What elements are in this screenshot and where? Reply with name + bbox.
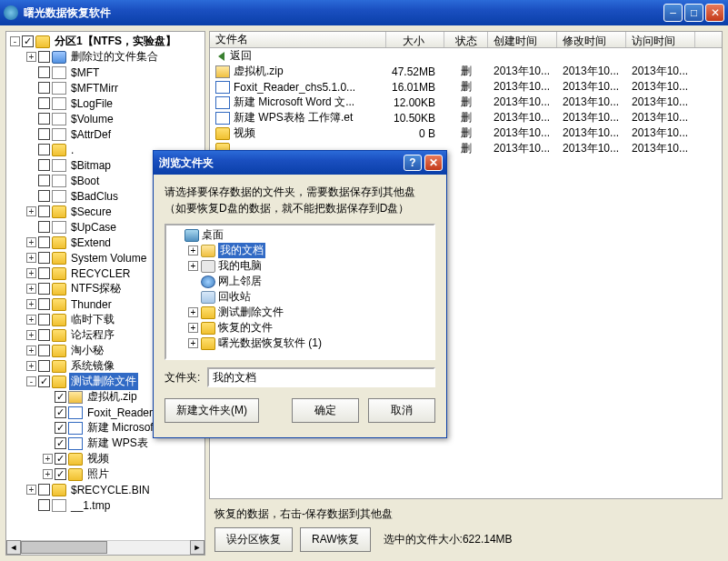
tree-row[interactable]: +照片	[6, 466, 204, 482]
tree-checkbox[interactable]	[55, 437, 66, 449]
tree-label[interactable]: $LogFile	[69, 96, 115, 111]
expand-toggle[interactable]: +	[26, 346, 36, 356]
tree-checkbox[interactable]	[38, 175, 50, 186]
tree-checkbox[interactable]	[55, 391, 66, 403]
dialog-tree-row[interactable]: +曙光数据恢复软件 (1)	[168, 336, 432, 351]
tree-checkbox[interactable]	[55, 453, 66, 465]
expand-toggle[interactable]: +	[188, 323, 198, 333]
expand-toggle[interactable]: +	[188, 261, 198, 271]
tree-checkbox[interactable]	[55, 406, 66, 418]
dialog-folder-tree[interactable]: 桌面+我的文档+我的电脑网上邻居回收站+测试删除文件+恢复的文件+曙光数据恢复软…	[165, 224, 435, 360]
cancel-button[interactable]: 取消	[368, 398, 435, 423]
tree-checkbox[interactable]	[38, 329, 50, 341]
list-row[interactable]: 视频0 B删2013年10...2013年10...2013年10...	[210, 125, 722, 141]
dialog-tree-label[interactable]: 桌面	[202, 227, 224, 243]
expand-toggle[interactable]: +	[26, 253, 36, 263]
tree-checkbox[interactable]	[38, 252, 50, 264]
tree-row[interactable]: $AttrDef	[6, 126, 204, 142]
tree-checkbox[interactable]	[38, 66, 50, 78]
tree-label[interactable]: Thunder	[69, 297, 114, 312]
tree-row[interactable]: $LogFile	[6, 95, 204, 111]
ok-button[interactable]: 确定	[292, 398, 359, 423]
tree-row[interactable]: $MFTMirr	[6, 80, 204, 95]
scroll-left-button[interactable]: ◄	[6, 540, 21, 555]
expand-toggle[interactable]: -	[26, 376, 36, 386]
tree-label[interactable]: $Boot	[69, 174, 101, 188]
dialog-help-button[interactable]: ?	[404, 155, 422, 171]
tree-checkbox[interactable]	[55, 468, 66, 480]
tree-row[interactable]: $MFT	[6, 65, 204, 80]
list-header[interactable]: 文件名 大小 状态 创建时间 修改时间 访问时间	[210, 32, 722, 48]
expand-toggle[interactable]: +	[26, 361, 36, 371]
expand-toggle[interactable]: +	[26, 284, 36, 294]
tree-label[interactable]: $Volume	[69, 112, 115, 126]
tree-label[interactable]: 照片	[85, 466, 111, 483]
tree-label[interactable]: $RECYCLE.BIN	[69, 483, 152, 497]
expand-toggle[interactable]: +	[188, 245, 198, 255]
tree-checkbox[interactable]	[38, 267, 50, 279]
list-row[interactable]: 虚拟机.zip47.52MB删2013年10...2013年10...2013年…	[210, 64, 722, 79]
tree-checkbox[interactable]	[38, 144, 50, 155]
dialog-tree-row[interactable]: 网上邻居	[168, 274, 432, 289]
tree-row[interactable]: -分区1【NTFS，实验盘】	[6, 34, 204, 49]
tree-checkbox[interactable]	[38, 283, 50, 295]
minimize-button[interactable]: –	[663, 4, 683, 22]
expand-toggle[interactable]: -	[10, 36, 20, 46]
dialog-tree-row[interactable]: 回收站	[168, 289, 432, 305]
tree-label[interactable]: $MFTMirr	[69, 81, 120, 95]
tree-label[interactable]: $MFT	[69, 65, 101, 80]
expand-toggle[interactable]: +	[26, 485, 36, 495]
col-size[interactable]: 大小	[386, 32, 444, 47]
return-row[interactable]: 返回	[210, 48, 722, 64]
tree-checkbox[interactable]	[38, 51, 50, 63]
tree-checkbox[interactable]	[38, 314, 50, 326]
expand-toggle[interactable]: +	[26, 299, 36, 309]
list-row[interactable]: 新建 WPS表格 工作簿.et10.50KB删2013年10...2013年10…	[210, 110, 722, 125]
dialog-folder-input[interactable]	[207, 367, 435, 387]
tree-label[interactable]: $Extend	[69, 235, 113, 250]
tree-checkbox[interactable]	[38, 82, 50, 94]
tree-label[interactable]: $AttrDef	[69, 127, 113, 142]
dialog-tree-row[interactable]: +恢复的文件	[168, 320, 432, 336]
expand-toggle[interactable]: +	[26, 237, 36, 247]
tree-label[interactable]: __1.tmp	[69, 498, 112, 513]
tree-label[interactable]: $Secure	[69, 205, 114, 219]
dialog-tree-label[interactable]: 曙光数据恢复软件 (1)	[218, 336, 322, 351]
tree-label[interactable]: $Bitmap	[69, 158, 113, 173]
col-mtime[interactable]: 修改时间	[557, 32, 626, 47]
tree-checkbox[interactable]	[38, 128, 50, 140]
dialog-tree-label[interactable]: 测试删除文件	[218, 305, 284, 320]
close-button[interactable]: ✕	[705, 4, 724, 22]
tree-checkbox[interactable]	[38, 484, 50, 496]
tree-checkbox[interactable]	[38, 221, 50, 233]
tree-checkbox[interactable]	[38, 113, 50, 125]
col-ctime[interactable]: 创建时间	[488, 32, 557, 47]
dialog-tree-row[interactable]: +我的文档	[168, 243, 432, 258]
expand-toggle[interactable]: +	[26, 206, 36, 216]
tree-checkbox[interactable]	[38, 499, 50, 511]
tree-checkbox[interactable]	[38, 97, 50, 109]
expand-toggle[interactable]: +	[43, 469, 53, 479]
tree-checkbox[interactable]	[38, 205, 50, 217]
list-row[interactable]: Foxit_Reader_chs5.1.0...16.01MB删2013年10.…	[210, 79, 722, 95]
col-atime[interactable]: 访问时间	[626, 32, 695, 47]
expand-toggle[interactable]: +	[26, 52, 36, 62]
list-row[interactable]: 新建 Microsoft Word 文...12.00KB删2013年10...…	[210, 95, 722, 110]
dialog-tree-row[interactable]: +我的电脑	[168, 258, 432, 274]
scroll-right-button[interactable]: ►	[190, 540, 204, 555]
tree-checkbox[interactable]	[38, 298, 50, 310]
dialog-close-button[interactable]: ✕	[424, 155, 443, 171]
tree-label[interactable]: System Volume	[69, 251, 148, 265]
tree-row[interactable]: +视频	[6, 451, 204, 466]
maximize-button[interactable]: □	[684, 4, 703, 22]
tree-checkbox[interactable]	[38, 236, 50, 248]
scroll-thumb[interactable]	[21, 541, 107, 554]
expand-toggle[interactable]: +	[26, 330, 36, 340]
tree-checkbox[interactable]	[38, 345, 50, 356]
tree-row[interactable]: +$RECYCLE.BIN	[6, 482, 204, 497]
expand-toggle[interactable]: +	[43, 454, 53, 464]
dialog-tree-row[interactable]: 桌面	[168, 227, 432, 243]
tree-checkbox[interactable]	[38, 159, 50, 171]
tree-label[interactable]: .	[69, 143, 75, 157]
expand-toggle[interactable]: +	[26, 268, 36, 278]
